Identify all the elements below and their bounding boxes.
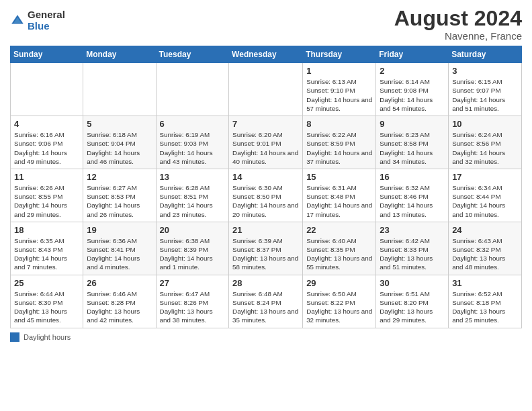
day-info: Sunrise: 6:15 AM Sunset: 9:07 PM Dayligh… <box>452 77 518 113</box>
day-info: Sunrise: 6:36 AM Sunset: 8:41 PM Dayligh… <box>87 236 152 272</box>
logo-text: General Blue <box>28 9 65 32</box>
day-number: 28 <box>232 278 299 288</box>
day-info: Sunrise: 6:20 AM Sunset: 9:01 PM Dayligh… <box>232 130 299 166</box>
day-number: 21 <box>232 225 299 235</box>
table-row: 7Sunrise: 6:20 AM Sunset: 9:01 PM Daylig… <box>229 116 303 169</box>
day-info: Sunrise: 6:18 AM Sunset: 9:04 PM Dayligh… <box>87 130 152 166</box>
table-row: 8Sunrise: 6:22 AM Sunset: 8:59 PM Daylig… <box>303 116 376 169</box>
col-tuesday: Tuesday <box>156 46 229 63</box>
logo: General Blue <box>10 9 65 32</box>
day-info: Sunrise: 6:44 AM Sunset: 8:30 PM Dayligh… <box>14 289 79 325</box>
day-number: 17 <box>452 172 518 182</box>
day-info: Sunrise: 6:48 AM Sunset: 8:24 PM Dayligh… <box>232 289 299 325</box>
col-saturday: Saturday <box>449 46 522 63</box>
day-number: 12 <box>87 172 152 182</box>
table-row: 23Sunrise: 6:42 AM Sunset: 8:33 PM Dayli… <box>376 222 449 275</box>
table-row: 15Sunrise: 6:31 AM Sunset: 8:48 PM Dayli… <box>303 169 376 222</box>
day-number: 10 <box>452 119 518 129</box>
table-row <box>156 63 229 116</box>
day-info: Sunrise: 6:51 AM Sunset: 8:20 PM Dayligh… <box>380 289 445 325</box>
day-number: 31 <box>452 278 518 288</box>
day-info: Sunrise: 6:23 AM Sunset: 8:58 PM Dayligh… <box>380 130 445 166</box>
table-row: 1Sunrise: 6:13 AM Sunset: 9:10 PM Daylig… <box>303 63 376 116</box>
day-number: 6 <box>160 119 226 129</box>
table-row: 4Sunrise: 6:16 AM Sunset: 9:06 PM Daylig… <box>11 116 83 169</box>
day-info: Sunrise: 6:19 AM Sunset: 9:03 PM Dayligh… <box>160 130 226 166</box>
header: General Blue August 2024 Navenne, France <box>10 7 522 42</box>
table-row: 16Sunrise: 6:32 AM Sunset: 8:46 PM Dayli… <box>376 169 449 222</box>
day-info: Sunrise: 6:52 AM Sunset: 8:18 PM Dayligh… <box>452 289 518 325</box>
subtitle: Navenne, France <box>394 30 522 42</box>
table-row: 28Sunrise: 6:48 AM Sunset: 8:24 PM Dayli… <box>229 275 303 328</box>
day-number: 16 <box>380 172 445 182</box>
day-number: 3 <box>452 66 518 76</box>
table-row: 29Sunrise: 6:50 AM Sunset: 8:22 PM Dayli… <box>303 275 376 328</box>
day-number: 18 <box>14 225 79 235</box>
table-row: 11Sunrise: 6:26 AM Sunset: 8:55 PM Dayli… <box>11 169 83 222</box>
day-number: 25 <box>14 278 79 288</box>
day-info: Sunrise: 6:28 AM Sunset: 8:51 PM Dayligh… <box>160 183 226 219</box>
day-number: 22 <box>306 225 372 235</box>
day-number: 20 <box>160 225 226 235</box>
calendar-week-row: 25Sunrise: 6:44 AM Sunset: 8:30 PM Dayli… <box>11 275 522 328</box>
day-number: 23 <box>380 225 445 235</box>
table-row: 2Sunrise: 6:14 AM Sunset: 9:08 PM Daylig… <box>376 63 449 116</box>
footer: Daylight hours <box>10 332 522 342</box>
day-info: Sunrise: 6:24 AM Sunset: 8:56 PM Dayligh… <box>452 130 518 166</box>
day-info: Sunrise: 6:39 AM Sunset: 8:37 PM Dayligh… <box>232 236 299 272</box>
day-info: Sunrise: 6:42 AM Sunset: 8:33 PM Dayligh… <box>380 236 445 272</box>
table-row: 6Sunrise: 6:19 AM Sunset: 9:03 PM Daylig… <box>156 116 229 169</box>
calendar-header-row: Sunday Monday Tuesday Wednesday Thursday… <box>11 46 522 63</box>
table-row: 12Sunrise: 6:27 AM Sunset: 8:53 PM Dayli… <box>83 169 156 222</box>
col-monday: Monday <box>83 46 156 63</box>
calendar-week-row: 11Sunrise: 6:26 AM Sunset: 8:55 PM Dayli… <box>11 169 522 222</box>
table-row: 31Sunrise: 6:52 AM Sunset: 8:18 PM Dayli… <box>449 275 522 328</box>
day-number: 15 <box>306 172 372 182</box>
footer-label: Daylight hours <box>24 333 71 341</box>
table-row: 9Sunrise: 6:23 AM Sunset: 8:58 PM Daylig… <box>376 116 449 169</box>
col-sunday: Sunday <box>11 46 83 63</box>
table-row: 20Sunrise: 6:38 AM Sunset: 8:39 PM Dayli… <box>156 222 229 275</box>
table-row: 24Sunrise: 6:43 AM Sunset: 8:32 PM Dayli… <box>449 222 522 275</box>
table-row: 21Sunrise: 6:39 AM Sunset: 8:37 PM Dayli… <box>229 222 303 275</box>
table-row <box>11 63 83 116</box>
main-title: August 2024 <box>394 7 522 30</box>
day-number: 26 <box>87 278 152 288</box>
day-info: Sunrise: 6:47 AM Sunset: 8:26 PM Dayligh… <box>160 289 226 325</box>
table-row: 5Sunrise: 6:18 AM Sunset: 9:04 PM Daylig… <box>83 116 156 169</box>
day-number: 9 <box>380 119 445 129</box>
table-row: 13Sunrise: 6:28 AM Sunset: 8:51 PM Dayli… <box>156 169 229 222</box>
table-row: 22Sunrise: 6:40 AM Sunset: 8:35 PM Dayli… <box>303 222 376 275</box>
col-friday: Friday <box>376 46 449 63</box>
day-number: 4 <box>14 119 79 129</box>
day-info: Sunrise: 6:14 AM Sunset: 9:08 PM Dayligh… <box>380 77 445 113</box>
table-row: 10Sunrise: 6:24 AM Sunset: 8:56 PM Dayli… <box>449 116 522 169</box>
table-row: 17Sunrise: 6:34 AM Sunset: 8:44 PM Dayli… <box>449 169 522 222</box>
day-info: Sunrise: 6:43 AM Sunset: 8:32 PM Dayligh… <box>452 236 518 272</box>
day-info: Sunrise: 6:13 AM Sunset: 9:10 PM Dayligh… <box>306 77 372 113</box>
col-wednesday: Wednesday <box>229 46 303 63</box>
table-row: 19Sunrise: 6:36 AM Sunset: 8:41 PM Dayli… <box>83 222 156 275</box>
day-number: 1 <box>306 66 372 76</box>
table-row: 18Sunrise: 6:35 AM Sunset: 8:43 PM Dayli… <box>11 222 83 275</box>
day-info: Sunrise: 6:30 AM Sunset: 8:50 PM Dayligh… <box>232 183 299 219</box>
day-number: 2 <box>380 66 445 76</box>
day-info: Sunrise: 6:50 AM Sunset: 8:22 PM Dayligh… <box>306 289 372 325</box>
page: General Blue August 2024 Navenne, France… <box>0 0 532 411</box>
logo-blue-text: Blue <box>28 21 65 32</box>
table-row: 27Sunrise: 6:47 AM Sunset: 8:26 PM Dayli… <box>156 275 229 328</box>
day-number: 19 <box>87 225 152 235</box>
day-number: 7 <box>232 119 299 129</box>
calendar-week-row: 1Sunrise: 6:13 AM Sunset: 9:10 PM Daylig… <box>11 63 522 116</box>
day-info: Sunrise: 6:22 AM Sunset: 8:59 PM Dayligh… <box>306 130 372 166</box>
table-row: 25Sunrise: 6:44 AM Sunset: 8:30 PM Dayli… <box>11 275 83 328</box>
day-info: Sunrise: 6:34 AM Sunset: 8:44 PM Dayligh… <box>452 183 518 219</box>
title-block: August 2024 Navenne, France <box>394 7 522 42</box>
day-info: Sunrise: 6:32 AM Sunset: 8:46 PM Dayligh… <box>380 183 445 219</box>
day-number: 11 <box>14 172 79 182</box>
table-row: 3Sunrise: 6:15 AM Sunset: 9:07 PM Daylig… <box>449 63 522 116</box>
logo-icon <box>10 13 25 28</box>
day-info: Sunrise: 6:38 AM Sunset: 8:39 PM Dayligh… <box>160 236 226 272</box>
calendar-table: Sunday Monday Tuesday Wednesday Thursday… <box>10 46 522 328</box>
day-info: Sunrise: 6:31 AM Sunset: 8:48 PM Dayligh… <box>306 183 372 219</box>
